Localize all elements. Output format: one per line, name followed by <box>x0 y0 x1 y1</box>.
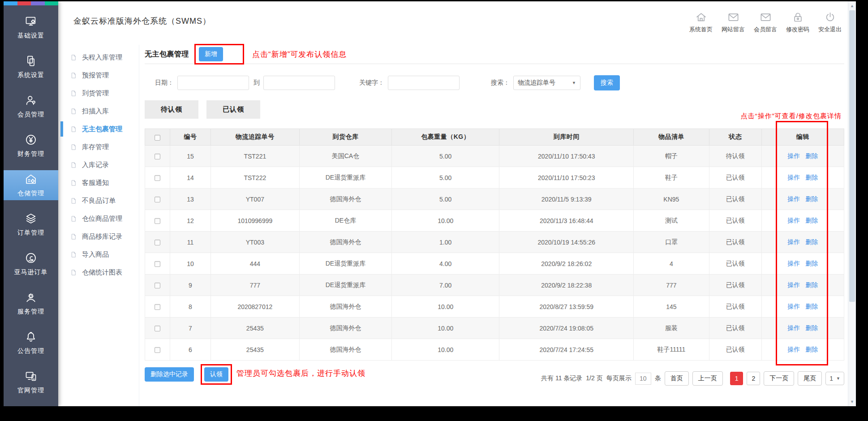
row-checkbox[interactable] <box>155 197 160 202</box>
submenu-item[interactable]: 入库记录 <box>58 156 139 174</box>
search-button[interactable]: 搜索 <box>594 75 620 90</box>
header-action-label: 网站留言 <box>722 26 745 34</box>
submenu-item[interactable]: 无主包裹管理 <box>58 120 139 138</box>
first-page-button[interactable]: 首页 <box>665 371 689 386</box>
submenu-item[interactable]: 商品移库记录 <box>58 228 139 245</box>
prev-page-button[interactable]: 上一页 <box>692 371 723 386</box>
operate-link[interactable]: 操作 <box>787 238 800 245</box>
stripe-segment-1 <box>4 1 17 5</box>
sidebar-item[interactable]: 官网管理 <box>4 367 58 397</box>
page-number-button[interactable]: 1 <box>730 372 743 385</box>
tab-button[interactable]: 已认领 <box>206 100 260 119</box>
date-from-input[interactable] <box>177 76 249 90</box>
sidebar-item[interactable]: 服务管理 <box>4 288 58 318</box>
submenu-item[interactable]: 扫描入库 <box>58 102 139 120</box>
operate-link[interactable]: 操作 <box>787 324 800 331</box>
operate-link[interactable]: 操作 <box>787 174 800 181</box>
sidebar-item[interactable]: 公告管理 <box>4 328 58 358</box>
row-checkbox[interactable] <box>155 218 160 224</box>
row-checkbox[interactable] <box>155 154 160 159</box>
cell-warehouse: 德国海外仓 <box>299 189 391 210</box>
cell-status: 已认领 <box>709 232 761 253</box>
delete-link[interactable]: 删除 <box>805 195 818 202</box>
row-checkbox[interactable] <box>155 175 160 181</box>
table-row: 625435德国海外仓10.002020/7/24 17:24:55鞋子1111… <box>145 339 844 361</box>
lock-icon <box>792 11 804 23</box>
cell-items: 测试 <box>634 210 709 232</box>
delete-link[interactable]: 删除 <box>805 281 818 288</box>
header-action[interactable]: 系统首页 <box>685 11 717 34</box>
header-action[interactable]: 修改密码 <box>782 11 814 34</box>
header-action[interactable]: 会员留言 <box>749 11 782 34</box>
sidebar-item-label: 订单管理 <box>17 229 44 237</box>
submenu-item[interactable]: 到货管理 <box>58 84 139 102</box>
delete-link[interactable]: 删除 <box>805 174 818 181</box>
table-row: 121010996999DE仓库10.002020/11/3 16:48:44测… <box>145 210 844 232</box>
sidebar-item[interactable]: 订单管理 <box>4 210 58 240</box>
page-jump-select[interactable]: 1 ▼ <box>825 372 844 385</box>
row-checkbox[interactable] <box>155 304 160 310</box>
search-type-select[interactable]: 物流追踪单号 ▼ <box>513 76 580 90</box>
operate-link[interactable]: 操作 <box>787 195 800 202</box>
submenu-item[interactable]: 库存管理 <box>58 138 139 156</box>
delete-link[interactable]: 删除 <box>805 152 818 159</box>
operate-link[interactable]: 操作 <box>787 260 800 267</box>
row-checkbox[interactable] <box>155 240 160 245</box>
delete-link[interactable]: 删除 <box>805 324 818 331</box>
delete-link[interactable]: 删除 <box>805 303 818 310</box>
tab-button[interactable]: 待认领 <box>145 100 198 119</box>
row-checkbox-cell <box>145 275 170 296</box>
cell-arrival-time: 2020/8/27 13:59:59 <box>499 296 634 318</box>
brand-color-stripe <box>4 1 58 5</box>
delete-link[interactable]: 删除 <box>805 260 818 267</box>
bottom-action-row: 删除选中记录 认领 管理员可勾选包裹后，进行手动认领 共有 11 条记录 1/2… <box>145 364 844 386</box>
header-action[interactable]: 安全退出 <box>814 11 846 34</box>
submenu-item[interactable]: 客服通知 <box>58 174 139 192</box>
next-page-button[interactable]: 下一页 <box>764 371 794 386</box>
table-row: 11YT003德国海外仓1.002020/10/19 14:55:26口罩已认领… <box>145 232 844 253</box>
operate-link[interactable]: 操作 <box>787 346 800 353</box>
vertical-scrollbar[interactable]: ▲ ▼ <box>848 1 856 406</box>
submenu-item[interactable]: 导入商品 <box>58 245 139 263</box>
sidebar-item[interactable]: 亚马逊订单 <box>4 249 58 279</box>
add-button[interactable]: 新增 <box>199 47 223 61</box>
delete-link[interactable]: 删除 <box>805 346 818 353</box>
operate-link[interactable]: 操作 <box>787 303 800 310</box>
row-checkbox[interactable] <box>155 261 160 267</box>
submenu-item-label: 到货管理 <box>82 89 109 98</box>
scroll-down-icon[interactable]: ▼ <box>848 400 856 404</box>
scrollbar-thumb[interactable] <box>849 10 855 302</box>
select-all-checkbox[interactable] <box>155 135 160 141</box>
sidebar-item[interactable]: 基础设置 <box>4 13 58 43</box>
sidebar-item[interactable]: 仓储管理 <box>4 170 58 200</box>
table-header-cell: 到库时间 <box>499 129 634 146</box>
date-to-input[interactable] <box>263 76 335 90</box>
claim-button[interactable]: 认领 <box>204 367 228 382</box>
per-page-input[interactable] <box>635 373 651 385</box>
operate-link[interactable]: 操作 <box>787 152 800 159</box>
submenu-item[interactable]: 预报管理 <box>58 66 139 84</box>
app-title: 金蚁云标准版海外仓系统（SWMS） <box>73 16 211 26</box>
scroll-up-icon[interactable]: ▲ <box>848 4 856 8</box>
cell-items: 145 <box>634 296 709 318</box>
submenu-item[interactable]: 仓位商品管理 <box>58 210 139 228</box>
row-checkbox[interactable] <box>155 283 160 288</box>
header-action[interactable]: 网站留言 <box>717 11 749 34</box>
cell-weight: 10.00 <box>392 339 499 361</box>
submenu-item[interactable]: 仓储统计图表 <box>58 263 139 281</box>
row-checkbox[interactable] <box>155 326 160 331</box>
page-number-button[interactable]: 2 <box>747 372 760 385</box>
sidebar-item[interactable]: 会员管理 <box>4 91 58 121</box>
delete-link[interactable]: 删除 <box>805 238 818 245</box>
sidebar-item[interactable]: 财务管理 <box>4 131 58 161</box>
delete-link[interactable]: 删除 <box>805 217 818 224</box>
delete-selected-button[interactable]: 删除选中记录 <box>145 367 194 382</box>
operate-link[interactable]: 操作 <box>787 281 800 288</box>
sidebar-item[interactable]: 系统设置 <box>4 52 58 82</box>
operate-link[interactable]: 操作 <box>787 217 800 224</box>
keyword-input[interactable] <box>388 76 460 90</box>
submenu-item[interactable]: 头程入库管理 <box>58 48 139 66</box>
submenu-item[interactable]: 不良品订单 <box>58 192 139 210</box>
row-checkbox[interactable] <box>155 347 160 353</box>
last-page-button[interactable]: 尾页 <box>798 371 822 386</box>
